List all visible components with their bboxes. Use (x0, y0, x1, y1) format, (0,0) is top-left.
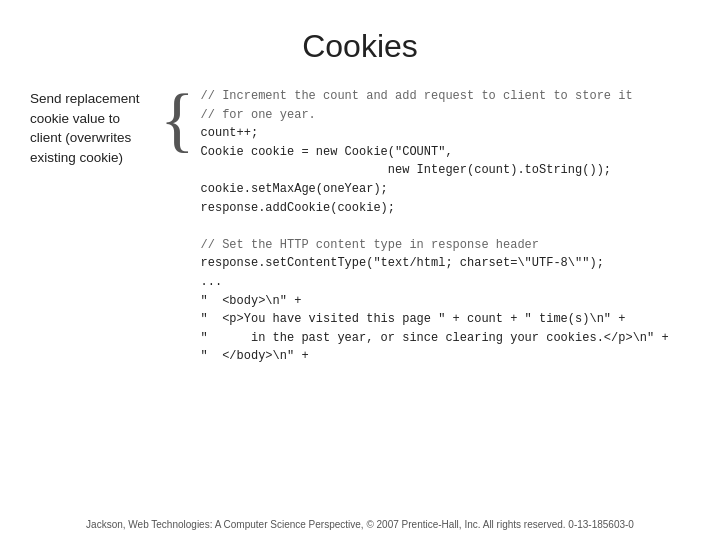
code-line-6: cookie.setMaxAge(oneYear); (201, 182, 388, 196)
code-line-11: ... (201, 275, 223, 289)
code-line-4: Cookie cookie = new Cookie("COUNT", (201, 145, 453, 159)
code-line-12: " <body>\n" + (201, 294, 302, 308)
code-line-7: response.addCookie(cookie); (201, 201, 395, 215)
code-comment-9: // Set the HTTP content type in response… (201, 238, 539, 252)
code-line-14: " in the past year, or since clearing yo… (201, 331, 669, 345)
footer: Jackson, Web Technologies: A Computer Sc… (0, 519, 720, 530)
code-line-8 (201, 219, 208, 233)
code-block: // Increment the count and add request t… (201, 83, 690, 366)
code-comment-2: // for one year. (201, 108, 316, 122)
left-brace: { (160, 83, 195, 155)
brace-container: { (160, 83, 195, 155)
code-line-10: response.setContentType("text/html; char… (201, 256, 604, 270)
code-line-15: " </body>\n" + (201, 349, 309, 363)
page-title: Cookies (0, 0, 720, 83)
code-line-3: count++; (201, 126, 259, 140)
code-line-5: new Integer(count).toString()); (201, 163, 611, 177)
main-content: Send replacement cookie value to client … (30, 83, 690, 366)
code-comment-1: // Increment the count and add request t… (201, 89, 633, 103)
left-label: Send replacement cookie value to client … (30, 83, 160, 167)
code-line-13: " <p>You have visited this page " + coun… (201, 312, 626, 326)
